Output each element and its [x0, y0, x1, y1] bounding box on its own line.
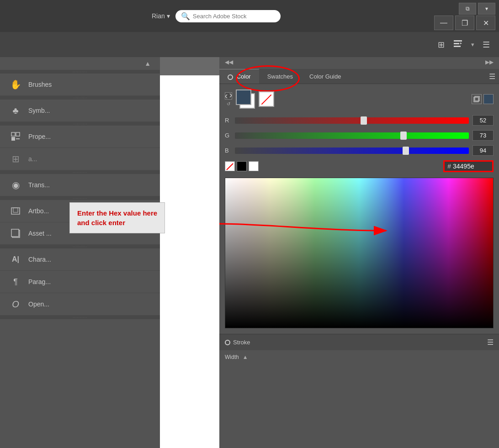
svg-rect-5	[16, 132, 20, 136]
sidebar-label-properties: Prope...	[28, 133, 51, 140]
secondary-toolbar: ⊞ ▾ ☰	[0, 32, 499, 57]
stroke-menu-icon[interactable]: ☰	[487, 338, 494, 347]
canvas-white	[160, 75, 219, 448]
fg-bg-swatches[interactable]	[236, 90, 255, 109]
svg-marker-3	[460, 42, 462, 44]
svg-rect-0	[454, 40, 462, 42]
svg-rect-6	[11, 137, 15, 141]
collapse-arrow-icon: ▲	[144, 60, 151, 67]
swap-colors-icon[interactable]	[225, 92, 232, 100]
left-sidebar: ▲ ·········· ✋ Brushes ·········· ♣ Symb…	[0, 57, 160, 448]
separator-brushes: ··········	[0, 70, 160, 74]
b-slider-thumb[interactable]	[403, 147, 409, 155]
artboards-icon	[9, 205, 22, 217]
tab-color-guide[interactable]: Color Guide	[301, 69, 349, 84]
g-slider-track[interactable]	[235, 132, 469, 139]
reset-colors-icon[interactable]: ↺	[227, 101, 230, 106]
sidebar-item-opentype[interactable]: O Open...	[0, 293, 160, 316]
panel-arrows: ◀◀ ▶▶	[219, 57, 499, 69]
list-view-icon[interactable]: ☰	[483, 40, 490, 50]
none-swatch[interactable]	[259, 91, 274, 107]
annotation-box: Enter the Hex value here and click enter	[69, 202, 165, 233]
separator-symbols: ··········	[0, 96, 160, 100]
r-label: R	[225, 117, 231, 124]
assets-icon	[9, 227, 22, 240]
paragraph-icon: ¶	[9, 275, 22, 288]
right-swatches-row1	[472, 94, 494, 104]
sidebar-item-unknown[interactable]: ⊞ a...	[0, 148, 160, 170]
minimize-button[interactable]: —	[434, 16, 453, 30]
sidebar-item-transform[interactable]: ◉ Trans...	[0, 174, 160, 196]
annotation-text-line2: and click enter	[77, 219, 125, 227]
hex-input-wrapper: #	[443, 160, 494, 172]
align-dropdown-icon[interactable]: ▾	[471, 41, 474, 48]
b-value-input[interactable]	[472, 145, 494, 156]
sidebar-item-character[interactable]: A| Chara...	[0, 248, 160, 271]
symbols-icon: ♣	[9, 104, 22, 117]
r-slider-row: R	[225, 115, 494, 126]
hex-swatch-none	[225, 161, 235, 171]
stroke-panel-header[interactable]: Stroke ☰	[219, 334, 499, 350]
stroke-width-label: Width	[225, 354, 239, 360]
hex-input[interactable]	[453, 163, 489, 170]
r-slider-thumb[interactable]	[361, 116, 367, 125]
hex-swatch-white	[249, 161, 259, 171]
transform-icon: ◉	[9, 179, 22, 191]
svg-rect-10	[11, 229, 19, 237]
svg-rect-1	[454, 43, 459, 44]
sidebar-item-brushes[interactable]: ✋ Brushes	[0, 74, 160, 96]
tab-color[interactable]: Color	[219, 69, 259, 84]
tab-color-guide-label: Color Guide	[309, 73, 341, 80]
g-slider-thumb[interactable]	[400, 132, 407, 140]
user-chevron-icon: ▾	[167, 12, 170, 20]
hex-input-area: #	[443, 160, 494, 172]
brushes-icon: ✋	[9, 78, 22, 91]
color-picker-gradient[interactable]	[225, 178, 494, 328]
color-mode-cube-icon[interactable]	[472, 94, 482, 104]
color-swatches-row: ↺	[225, 90, 494, 109]
restore-button[interactable]: ❐	[455, 16, 474, 30]
arrange-icon[interactable]: ⧉	[459, 3, 476, 15]
sidebar-item-paragraph[interactable]: ¶ Parag...	[0, 271, 160, 293]
stroke-label: Stroke	[233, 339, 250, 346]
b-slider-row: B	[225, 145, 494, 156]
user-dropdown[interactable]: Rian ▾	[152, 12, 170, 20]
panel-expand-right-icon[interactable]: ▶▶	[485, 59, 494, 67]
properties-icon	[9, 130, 22, 143]
opentype-icon: O	[9, 298, 22, 311]
sidebar-item-properties[interactable]: Prope...	[0, 126, 160, 148]
foreground-swatch	[236, 90, 251, 105]
separator-bottom: ··········	[0, 316, 160, 319]
hex-swatch-group	[225, 161, 259, 171]
chevron-down-icon[interactable]: ▾	[478, 3, 495, 15]
separator-artboards: ··········	[0, 196, 160, 200]
tab-color-label: Color	[237, 73, 251, 80]
separator-char: ··········	[0, 245, 160, 248]
sidebar-item-symbols[interactable]: ♣ Symb...	[0, 100, 160, 122]
right-swatches	[472, 94, 494, 104]
b-slider-track[interactable]	[235, 148, 469, 154]
sidebar-label-artboards: Artbo...	[28, 207, 49, 215]
tab-swatches[interactable]: Swatches	[259, 69, 301, 84]
current-color-swatch[interactable]	[483, 94, 494, 104]
search-bar[interactable]: 🔍	[175, 10, 281, 22]
panel-collapse-left-icon[interactable]: ◀◀	[225, 59, 233, 67]
close-button[interactable]: ✕	[476, 16, 495, 30]
r-value-input[interactable]	[472, 115, 494, 126]
collapse-button[interactable]: ▲	[0, 57, 160, 70]
align-icon[interactable]	[453, 38, 463, 51]
g-slider-row: G	[225, 130, 494, 141]
r-slider-track[interactable]	[235, 117, 469, 124]
search-input[interactable]	[193, 13, 275, 20]
sidebar-label-character: Chara...	[28, 256, 51, 263]
hex-hash-label: #	[447, 163, 451, 170]
color-panel-menu-icon[interactable]: ☰	[489, 72, 495, 81]
g-value-input[interactable]	[472, 130, 494, 141]
window-controls-row1: ⧉ ▾	[434, 3, 495, 15]
window-controls-area: ⧉ ▾ — ❐ ✕	[434, 0, 499, 30]
character-icon: A|	[9, 253, 22, 266]
unknown-icon: ⊞	[9, 153, 22, 165]
stroke-up-icon[interactable]: ▲	[243, 354, 248, 360]
svg-rect-2	[454, 46, 461, 47]
grid-view-icon[interactable]: ⊞	[438, 40, 445, 50]
